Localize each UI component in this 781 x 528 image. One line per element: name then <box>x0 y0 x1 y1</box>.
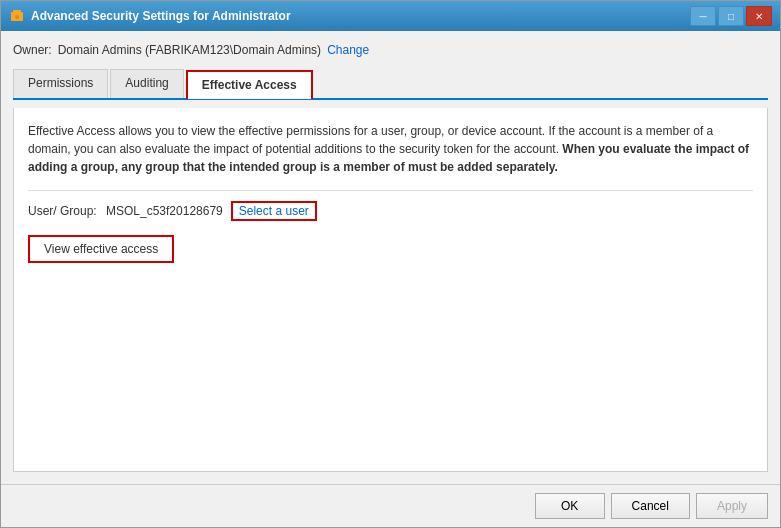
bottom-bar: OK Cancel Apply <box>1 484 780 527</box>
user-group-row: User/ Group: MSOL_c53f20128679 Select a … <box>28 190 753 221</box>
tab-effective-access[interactable]: Effective Access <box>186 70 313 99</box>
close-button[interactable]: ✕ <box>746 6 772 26</box>
title-controls: ─ □ ✕ <box>690 6 772 26</box>
svg-point-2 <box>15 15 19 19</box>
window-content: Owner: Domain Admins (FABRIKAM123\Domain… <box>1 31 780 484</box>
owner-row: Owner: Domain Admins (FABRIKAM123\Domain… <box>13 43 768 57</box>
owner-label: Owner: <box>13 43 52 57</box>
view-effective-access-button[interactable]: View effective access <box>28 235 174 263</box>
maximize-button[interactable]: □ <box>718 6 744 26</box>
effective-access-panel: Effective Access allows you to view the … <box>13 108 768 472</box>
ok-button[interactable]: OK <box>535 493 605 519</box>
owner-value: Domain Admins (FABRIKAM123\Domain Admins… <box>58 43 321 57</box>
main-window: Advanced Security Settings for Administr… <box>0 0 781 528</box>
user-group-value: MSOL_c53f20128679 <box>106 204 223 218</box>
content-spacer <box>28 277 753 457</box>
cancel-button[interactable]: Cancel <box>611 493 690 519</box>
svg-rect-1 <box>13 10 21 13</box>
window-icon <box>9 8 25 24</box>
window-title: Advanced Security Settings for Administr… <box>31 9 291 23</box>
title-bar-left: Advanced Security Settings for Administr… <box>9 8 291 24</box>
apply-button[interactable]: Apply <box>696 493 768 519</box>
tabs-bar: Permissions Auditing Effective Access <box>13 69 768 100</box>
view-access-section: View effective access <box>28 235 753 263</box>
tab-permissions[interactable]: Permissions <box>13 69 108 98</box>
tab-auditing[interactable]: Auditing <box>110 69 183 98</box>
title-bar: Advanced Security Settings for Administr… <box>1 1 780 31</box>
minimize-button[interactable]: ─ <box>690 6 716 26</box>
user-group-label: User/ Group: <box>28 204 98 218</box>
select-user-button[interactable]: Select a user <box>231 201 317 221</box>
description-text: Effective Access allows you to view the … <box>28 122 753 176</box>
change-link[interactable]: Change <box>327 43 369 57</box>
